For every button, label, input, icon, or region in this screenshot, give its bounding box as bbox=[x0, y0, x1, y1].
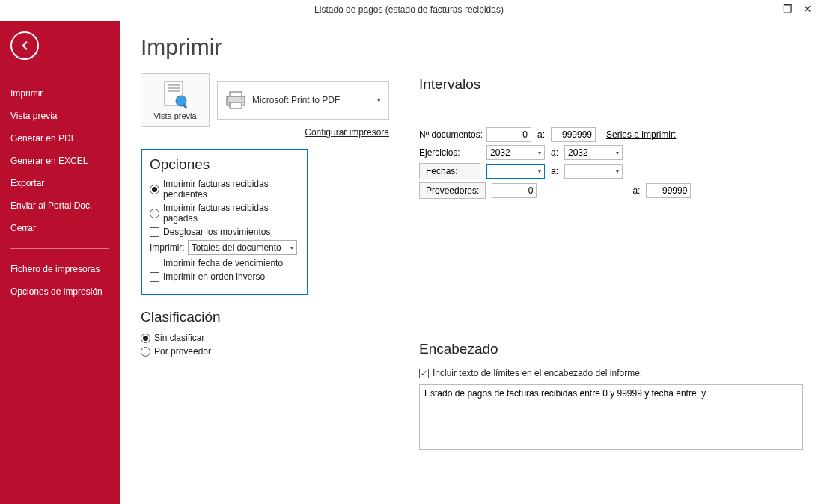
window-title: Listado de pagos (estado de facturas rec… bbox=[314, 4, 504, 15]
fiscal-years-label: Ejercicios: bbox=[419, 147, 486, 158]
doc-to-input[interactable] bbox=[551, 127, 596, 142]
svg-rect-2 bbox=[168, 87, 180, 89]
print-mode-label: Imprimir: bbox=[150, 242, 185, 253]
sidebar-separator bbox=[10, 248, 109, 249]
chevron-down-icon: ▾ bbox=[538, 150, 541, 156]
checkbox-icon bbox=[419, 369, 429, 378]
header-text-input[interactable] bbox=[419, 384, 803, 450]
printer-icon bbox=[225, 90, 246, 110]
options-group: Opciones Imprimir facturas recibidas pen… bbox=[141, 149, 308, 295]
page-title: Imprimir bbox=[141, 34, 803, 60]
chevron-down-icon: ▾ bbox=[290, 245, 293, 251]
preview-button[interactable]: Vista previa bbox=[141, 73, 210, 127]
series-link[interactable]: Series a imprimir: bbox=[606, 129, 676, 140]
year-to-select[interactable]: 2032▾ bbox=[564, 145, 623, 160]
chevron-down-icon: ▾ bbox=[616, 150, 619, 156]
chevron-down-icon: ▾ bbox=[538, 168, 541, 175]
sidebar-item-pdf[interactable]: Generar en PDF bbox=[0, 127, 120, 150]
radio-icon bbox=[150, 209, 159, 218]
option-pending-invoices[interactable]: Imprimir facturas recibidas pendientes bbox=[150, 179, 299, 200]
back-button[interactable] bbox=[10, 31, 39, 60]
classify-supplier[interactable]: Por proveedor bbox=[141, 346, 308, 357]
checkbox-icon bbox=[150, 272, 159, 282]
suppliers-button[interactable]: Proveedores: bbox=[419, 182, 486, 199]
svg-point-9 bbox=[241, 98, 243, 100]
checkbox-icon bbox=[150, 259, 159, 268]
svg-rect-6 bbox=[230, 92, 242, 96]
svg-rect-3 bbox=[168, 90, 180, 92]
main-pane: Imprimir Vista previa Microsoft Print to… bbox=[120, 21, 818, 504]
intervals-pane: Intervalos Nº documentos: a: Series a im… bbox=[419, 76, 803, 453]
radio-icon bbox=[150, 185, 159, 194]
svg-rect-1 bbox=[168, 84, 180, 86]
configure-printer-link[interactable]: Configurar impresora bbox=[305, 127, 389, 138]
arrow-left-icon bbox=[18, 39, 31, 52]
date-from-select[interactable]: ▾ bbox=[486, 164, 545, 179]
sidebar-item-fichero[interactable]: Fichero de impresoras bbox=[0, 258, 120, 280]
sidebar-item-vista-previa[interactable]: Vista previa bbox=[0, 105, 120, 127]
chevron-down-icon: ▾ bbox=[377, 96, 381, 104]
print-mode-select[interactable]: Totales del documento▾ bbox=[188, 240, 297, 255]
printer-name: Microsoft Print to PDF bbox=[252, 95, 340, 105]
option-reverse-order[interactable]: Imprimir en orden inverso bbox=[150, 271, 299, 282]
sidebar-item-imprimir[interactable]: Imprimir bbox=[0, 82, 120, 105]
title-bar: Listado de pagos (estado de facturas rec… bbox=[0, 0, 818, 21]
sidebar-item-excel[interactable]: Generar en EXCEL bbox=[0, 150, 120, 172]
options-title: Opciones bbox=[150, 156, 299, 173]
supplier-to-input[interactable] bbox=[646, 183, 691, 198]
radio-icon bbox=[141, 334, 150, 343]
dates-button[interactable]: Fechas: bbox=[419, 163, 480, 179]
preview-label: Vista previa bbox=[153, 111, 196, 120]
year-from-select[interactable]: 2032▾ bbox=[486, 145, 545, 160]
checkbox-icon bbox=[150, 227, 159, 237]
printer-dropdown[interactable]: Microsoft Print to PDF ▾ bbox=[217, 81, 389, 120]
sidebar-item-opciones[interactable]: Opciones de impresión bbox=[0, 280, 120, 303]
document-preview-icon bbox=[162, 80, 189, 108]
option-due-date[interactable]: Imprimir fecha de vencimiento bbox=[150, 258, 299, 268]
restore-icon[interactable]: ❐ bbox=[783, 3, 793, 15]
option-breakdown[interactable]: Desglosar los movimientos bbox=[150, 227, 299, 237]
radio-icon bbox=[141, 347, 150, 357]
option-paid-invoices[interactable]: Imprimir facturas recibidas pagadas bbox=[150, 203, 299, 224]
header-title: Encabezado bbox=[419, 341, 803, 357]
classification-title: Clasificación bbox=[141, 309, 308, 325]
include-limits-checkbox[interactable]: Incluir texto de límites en el encabezad… bbox=[419, 368, 803, 378]
chevron-down-icon: ▾ bbox=[616, 168, 619, 175]
sidebar-item-portal[interactable]: Enviar al Portal Doc. bbox=[0, 194, 120, 217]
close-icon[interactable]: ✕ bbox=[803, 3, 812, 15]
intervals-title: Intervalos bbox=[419, 76, 803, 93]
supplier-from-input[interactable] bbox=[492, 183, 537, 198]
doc-number-label: Nº documentos: bbox=[419, 129, 486, 140]
date-to-select[interactable]: ▾ bbox=[564, 164, 623, 179]
sidebar-item-cerrar[interactable]: Cerrar bbox=[0, 217, 120, 239]
classification-group: Clasificación Sin clasificar Por proveed… bbox=[141, 309, 308, 357]
header-section: Encabezado Incluir texto de límites en e… bbox=[419, 341, 803, 453]
classify-none[interactable]: Sin clasificar bbox=[141, 333, 308, 343]
svg-rect-8 bbox=[230, 102, 242, 108]
doc-from-input[interactable] bbox=[486, 127, 531, 142]
sidebar-item-exportar[interactable]: Exportar bbox=[0, 172, 120, 194]
sidebar: Imprimir Vista previa Generar en PDF Gen… bbox=[0, 21, 120, 504]
